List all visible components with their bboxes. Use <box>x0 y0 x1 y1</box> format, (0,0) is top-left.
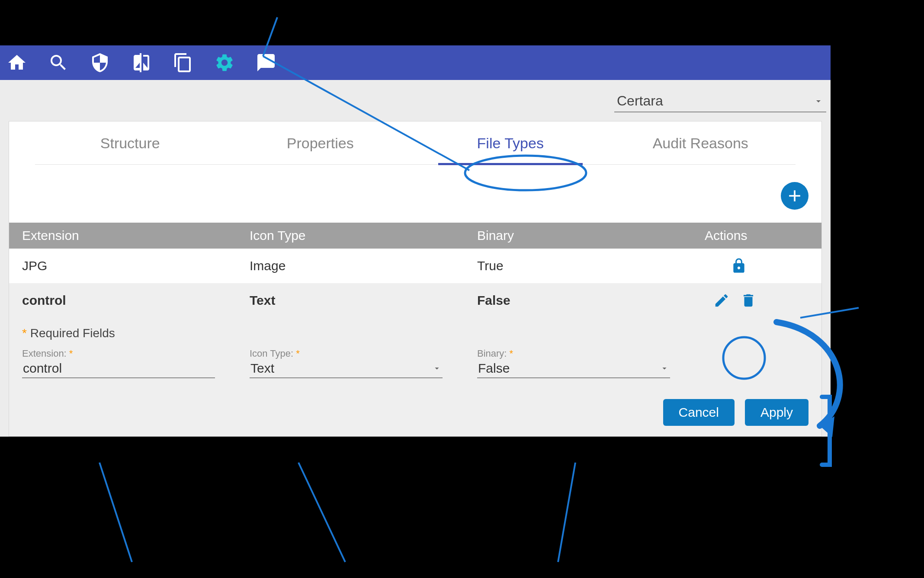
cell-binary: False <box>477 293 705 308</box>
workspace-select[interactable]: Certara <box>614 93 826 112</box>
cell-icon-type: Text <box>250 293 477 308</box>
chevron-down-icon <box>432 364 442 373</box>
tab-properties[interactable]: Properties <box>225 121 416 164</box>
shield-icon[interactable] <box>90 52 110 73</box>
plus-icon <box>785 186 804 205</box>
col-binary: Binary <box>477 228 705 243</box>
svg-line-4 <box>99 463 132 562</box>
extension-input[interactable] <box>22 359 215 378</box>
copy-icon[interactable] <box>173 52 193 73</box>
gear-icon[interactable] <box>214 52 235 73</box>
cell-binary: True <box>477 259 705 273</box>
add-row <box>9 165 821 223</box>
home-icon[interactable] <box>6 52 27 73</box>
search-icon[interactable] <box>48 52 69 73</box>
compare-icon[interactable] <box>131 52 152 73</box>
icon-type-label: Icon Type: * <box>250 348 443 359</box>
main-card: Structure Properties File Types Audit Re… <box>9 121 822 437</box>
icon-type-value: Text <box>250 361 274 376</box>
workspace-row: Certara <box>0 80 831 121</box>
binary-field-wrap: Binary: * False <box>477 348 705 378</box>
svg-line-5 <box>298 463 345 562</box>
file-types-table: Extension Icon Type Binary Actions JPG I… <box>9 223 821 318</box>
col-icon-type: Icon Type <box>250 228 477 243</box>
cell-extension: JPG <box>22 259 250 273</box>
required-fields-label: * Required Fields <box>9 318 821 344</box>
cancel-button[interactable]: Cancel <box>663 399 735 426</box>
cell-extension: control <box>22 293 250 308</box>
svg-line-6 <box>558 463 575 562</box>
table-row[interactable]: control Text False <box>9 283 821 318</box>
chevron-down-icon <box>660 364 669 373</box>
binary-value: False <box>478 361 510 376</box>
feedback-icon[interactable] <box>256 52 276 73</box>
table-row[interactable]: JPG Image True <box>9 249 821 283</box>
header-bar <box>0 45 831 80</box>
lock-icon <box>731 258 747 274</box>
app-window: Certara Structure Properties File Types … <box>0 45 831 437</box>
extension-label: Extension: * <box>22 348 215 359</box>
binary-label: Binary: * <box>477 348 670 359</box>
tabs: Structure Properties File Types Audit Re… <box>35 121 796 165</box>
table-header: Extension Icon Type Binary Actions <box>9 223 821 249</box>
extension-field-wrap: Extension: * <box>22 348 250 378</box>
tab-file-types[interactable]: File Types <box>415 121 606 164</box>
cell-actions <box>705 292 808 309</box>
button-row: Cancel Apply <box>9 391 821 436</box>
cell-icon-type: Image <box>250 259 477 273</box>
binary-select[interactable]: False <box>477 359 670 378</box>
edit-form: Extension: * Icon Type: * Text Binary: *… <box>9 344 821 391</box>
col-actions: Actions <box>705 228 808 243</box>
cell-actions <box>705 258 808 274</box>
chevron-down-icon <box>813 96 824 106</box>
icon-type-field-wrap: Icon Type: * Text <box>250 348 477 378</box>
add-button[interactable] <box>781 182 808 210</box>
edit-icon[interactable] <box>713 292 730 309</box>
tab-audit-reasons[interactable]: Audit Reasons <box>606 121 796 164</box>
tab-structure[interactable]: Structure <box>35 121 225 164</box>
col-extension: Extension <box>22 228 250 243</box>
apply-button[interactable]: Apply <box>745 399 808 426</box>
delete-icon[interactable] <box>740 292 757 309</box>
required-asterisk: * <box>22 326 30 340</box>
icon-type-select[interactable]: Text <box>250 359 443 378</box>
workspace-selected-text: Certara <box>617 93 663 109</box>
